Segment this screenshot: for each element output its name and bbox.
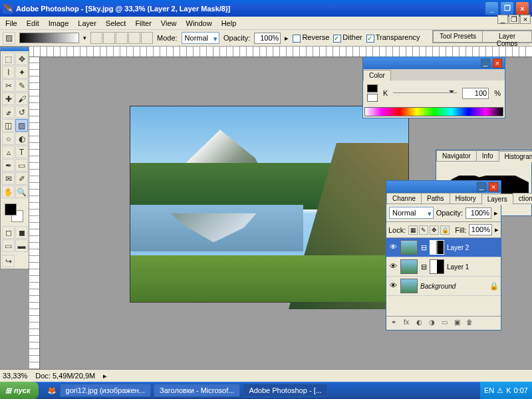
gradient-tool[interactable]: ▨ bbox=[15, 119, 28, 132]
color-bg-swatch[interactable] bbox=[367, 94, 378, 102]
opacity-flyout-icon[interactable]: ▸ bbox=[285, 34, 289, 43]
zoom-level[interactable]: 33,33% bbox=[3, 372, 27, 380]
gradient-linear[interactable] bbox=[90, 32, 102, 44]
pen-tool[interactable]: ✒ bbox=[2, 159, 15, 172]
layer-row[interactable]: 👁 Background 🔒 bbox=[386, 277, 501, 296]
new-layer-icon[interactable]: ▣ bbox=[452, 319, 462, 328]
link-layers-icon[interactable]: ⚭ bbox=[388, 319, 399, 328]
layer-name[interactable]: Layer 1 bbox=[447, 263, 499, 271]
visibility-icon[interactable]: 👁 bbox=[388, 262, 398, 271]
mask-thumbnail[interactable] bbox=[430, 259, 444, 274]
delete-layer-icon[interactable]: 🗑 bbox=[464, 319, 475, 328]
reverse-checkbox[interactable]: Reverse bbox=[293, 33, 329, 42]
color-fg-swatch[interactable] bbox=[367, 84, 378, 92]
menu-filter[interactable]: Filter bbox=[131, 18, 155, 29]
foreground-color[interactable] bbox=[5, 203, 17, 215]
layer-name[interactable]: Background bbox=[420, 283, 487, 290]
menu-layer[interactable]: Layer bbox=[74, 18, 100, 29]
tray-icon[interactable]: ⚠ bbox=[497, 386, 503, 395]
color-picker[interactable] bbox=[3, 202, 26, 222]
menu-window[interactable]: Window bbox=[182, 18, 216, 29]
lock-transparency-icon[interactable]: ▦ bbox=[408, 225, 418, 235]
start-button[interactable]: ⊞ пуск bbox=[0, 382, 39, 399]
tab-actions[interactable]: ctions bbox=[513, 193, 532, 204]
menu-file[interactable]: File bbox=[1, 18, 21, 29]
quickmask-off[interactable]: ◻ bbox=[2, 226, 15, 239]
opacity-input[interactable]: 100% bbox=[254, 33, 281, 44]
fill-input[interactable]: 100% bbox=[469, 224, 492, 235]
gradient-swatch[interactable] bbox=[19, 33, 79, 43]
transparency-checkbox[interactable]: Transparency bbox=[366, 33, 420, 42]
maximize-button[interactable]: ❐ bbox=[500, 1, 514, 15]
menu-view[interactable]: View bbox=[157, 18, 181, 29]
gradient-angle[interactable] bbox=[116, 32, 128, 44]
color-spectrum[interactable] bbox=[364, 107, 503, 116]
k-slider[interactable] bbox=[393, 90, 457, 96]
layer-style-icon[interactable]: fx bbox=[401, 319, 412, 328]
gradient-radial[interactable] bbox=[103, 32, 115, 44]
gradient-reflected[interactable] bbox=[128, 32, 140, 44]
crop-tool[interactable]: ✂ bbox=[2, 79, 15, 92]
layer-name[interactable]: Layer 2 bbox=[447, 244, 499, 251]
tab-navigator[interactable]: Navigator bbox=[436, 150, 477, 162]
zoom-tool[interactable]: 🔍 bbox=[15, 186, 28, 198]
lock-paint-icon[interactable]: ✎ bbox=[419, 225, 428, 235]
document-canvas[interactable] bbox=[130, 106, 409, 303]
mask-thumbnail[interactable] bbox=[430, 240, 444, 255]
quicklaunch-firefox-icon[interactable]: 🦊 bbox=[47, 386, 57, 395]
taskbar-item[interactable]: Adobe Photoshop - [... bbox=[243, 384, 327, 397]
link-icon[interactable]: ⊟ bbox=[420, 243, 427, 252]
close-button[interactable]: × bbox=[515, 1, 529, 15]
dodge-tool[interactable]: ◐ bbox=[15, 132, 28, 145]
tab-info[interactable]: Info bbox=[476, 150, 499, 162]
blur-tool[interactable]: ○ bbox=[2, 132, 15, 145]
doc-minimize-button[interactable]: _ bbox=[497, 15, 508, 24]
slice-tool[interactable]: ✎ bbox=[15, 79, 28, 92]
gradient-diamond[interactable] bbox=[141, 32, 153, 44]
tab-histogram[interactable]: Histogram bbox=[499, 151, 533, 162]
visibility-icon[interactable]: 👁 bbox=[388, 281, 398, 291]
type-tool[interactable]: T bbox=[15, 146, 28, 158]
blend-mode-dropdown[interactable]: Normal bbox=[389, 207, 434, 219]
k-value-input[interactable]: 100 bbox=[462, 88, 489, 99]
history-brush-tool[interactable]: ↺ bbox=[15, 106, 28, 118]
screenmode-standard[interactable]: ▭ bbox=[2, 239, 15, 252]
menu-edit[interactable]: Edit bbox=[23, 18, 43, 29]
menu-select[interactable]: Select bbox=[102, 18, 130, 29]
stamp-tool[interactable]: ⸙ bbox=[2, 106, 15, 118]
clock[interactable]: 0:07 bbox=[514, 386, 528, 394]
gradient-swatch-dropdown[interactable]: ▾ bbox=[83, 35, 86, 41]
path-tool[interactable]: ▵ bbox=[2, 146, 15, 158]
tab-channels[interactable]: Channe bbox=[386, 193, 422, 204]
dither-checkbox[interactable]: Dither bbox=[333, 33, 362, 42]
layer-mask-icon[interactable]: ◐ bbox=[414, 319, 424, 328]
minimize-button[interactable]: _ bbox=[485, 1, 499, 15]
doc-close-button[interactable]: × bbox=[520, 15, 531, 24]
status-flyout-icon[interactable]: ▸ bbox=[103, 372, 107, 380]
tab-layers[interactable]: Layers bbox=[481, 194, 513, 205]
language-indicator[interactable]: EN bbox=[484, 386, 494, 394]
layer-thumbnail[interactable] bbox=[400, 259, 418, 274]
tab-tool-presets[interactable]: Tool Presets bbox=[433, 31, 483, 43]
doc-restore-button[interactable]: ❐ bbox=[509, 15, 519, 24]
doc-size[interactable]: Doc: 5,49M/20,9M bbox=[35, 372, 95, 380]
eyedropper-tool[interactable]: ✐ bbox=[15, 172, 28, 185]
menu-help[interactable]: Help bbox=[217, 18, 241, 29]
hand-tool[interactable]: ✋ bbox=[2, 186, 15, 198]
shape-tool[interactable]: ▭ bbox=[15, 159, 28, 172]
brush-tool[interactable]: 🖌 bbox=[15, 92, 28, 105]
tab-paths[interactable]: Paths bbox=[421, 193, 450, 204]
notes-tool[interactable]: ✉ bbox=[2, 172, 15, 185]
wand-tool[interactable]: ✦ bbox=[15, 66, 28, 78]
marquee-tool[interactable]: ⬚ bbox=[2, 53, 15, 65]
taskbar-item[interactable]: Заголовки - Microsof... bbox=[154, 384, 240, 397]
layers-panel-close[interactable]: × bbox=[489, 182, 498, 192]
tab-layer-comps[interactable]: Layer Comps bbox=[482, 31, 532, 43]
mode-dropdown[interactable]: Normal bbox=[182, 32, 219, 44]
eraser-tool[interactable]: ◫ bbox=[2, 119, 15, 132]
layer-thumbnail[interactable] bbox=[400, 240, 418, 255]
tab-history[interactable]: History bbox=[450, 193, 482, 204]
taskbar-item[interactable]: gori12.jpg (изображен... bbox=[60, 384, 151, 397]
screenmode-full[interactable]: ▬ bbox=[15, 239, 28, 252]
lock-all-icon[interactable]: 🔒 bbox=[440, 225, 450, 235]
